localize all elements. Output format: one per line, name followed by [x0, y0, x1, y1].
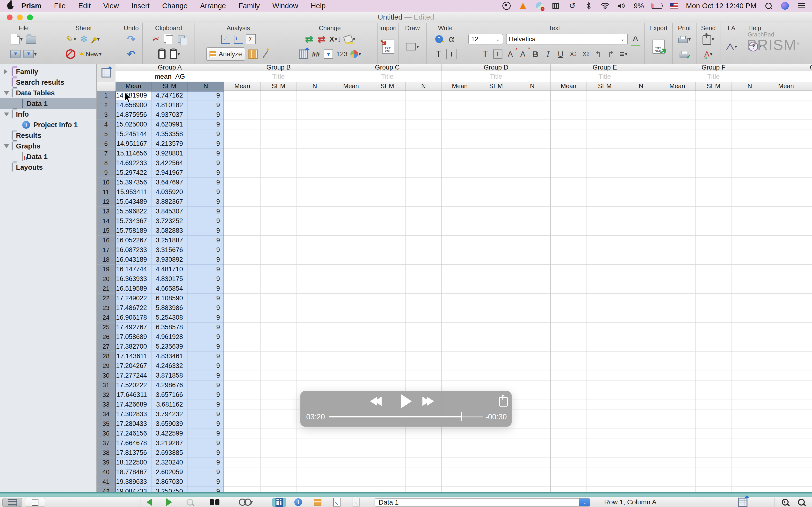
empty-cell[interactable] — [369, 429, 406, 439]
empty-cell[interactable] — [551, 332, 587, 342]
group-title-cell[interactable]: Title — [659, 71, 768, 81]
empty-cell[interactable] — [623, 419, 659, 429]
data-cell[interactable]: 4.035920 — [152, 187, 188, 197]
empty-cell[interactable] — [260, 139, 297, 149]
empty-cell[interactable] — [333, 197, 369, 207]
empty-cell[interactable] — [587, 168, 623, 178]
empty-cell[interactable] — [514, 361, 551, 371]
empty-cell[interactable] — [623, 400, 659, 409]
data-cell[interactable]: 4.246332 — [152, 361, 188, 371]
empty-cell[interactable] — [297, 255, 333, 265]
empty-cell[interactable] — [369, 187, 406, 197]
row-number[interactable]: 6 — [97, 139, 115, 149]
data-cell[interactable]: 5.235639 — [152, 342, 188, 351]
empty-cell[interactable] — [696, 129, 732, 139]
data-cell[interactable]: 6.108590 — [152, 294, 188, 303]
empty-cell[interactable] — [260, 390, 297, 400]
data-cell[interactable]: 6.358578 — [152, 323, 188, 332]
empty-cell[interactable] — [659, 458, 696, 467]
data-cell[interactable]: 17.280433 — [115, 419, 152, 429]
empty-cell[interactable] — [224, 120, 260, 129]
empty-cell[interactable] — [333, 101, 369, 110]
data-cell[interactable]: 3.582883 — [152, 226, 188, 236]
empty-cell[interactable] — [333, 129, 369, 139]
empty-cell[interactable] — [260, 216, 297, 226]
empty-cell[interactable] — [514, 419, 551, 429]
maps-badge-icon[interactable] — [535, 1, 544, 10]
empty-cell[interactable] — [732, 409, 768, 419]
empty-cell[interactable] — [587, 274, 623, 284]
empty-cell[interactable] — [224, 226, 260, 236]
group-title-cell[interactable]: Title — [551, 71, 659, 81]
empty-cell[interactable] — [224, 110, 260, 120]
data-cell[interactable]: 9 — [188, 429, 224, 439]
paste-icon[interactable] — [157, 48, 167, 60]
subcolumn-header-n[interactable]: N — [732, 81, 768, 91]
empty-cell[interactable] — [804, 187, 812, 197]
empty-cell[interactable] — [406, 120, 442, 129]
empty-cell[interactable] — [224, 91, 260, 101]
empty-cell[interactable] — [333, 158, 369, 168]
empty-cell[interactable] — [732, 351, 768, 361]
empty-cell[interactable] — [659, 303, 696, 313]
empty-cell[interactable] — [696, 168, 732, 178]
empty-cell[interactable] — [696, 332, 732, 342]
empty-cell[interactable] — [297, 448, 333, 458]
empty-cell[interactable] — [514, 477, 551, 487]
empty-cell[interactable] — [696, 216, 732, 226]
empty-cell[interactable] — [442, 381, 478, 390]
empty-cell[interactable] — [514, 332, 551, 342]
empty-cell[interactable] — [696, 178, 732, 187]
decimal-format-icon[interactable]: ## — [311, 48, 321, 60]
empty-cell[interactable] — [406, 323, 442, 332]
empty-cell[interactable] — [406, 294, 442, 303]
send-text-icon[interactable]: A▾ — [704, 48, 713, 60]
empty-cell[interactable] — [260, 381, 297, 390]
empty-cell[interactable] — [369, 158, 406, 168]
freeze-sheet-icon[interactable]: ✻ — [79, 33, 89, 45]
empty-cell[interactable] — [224, 284, 260, 294]
empty-cell[interactable] — [804, 303, 812, 313]
empty-cell[interactable] — [224, 168, 260, 178]
sidebar-item-graphs-7[interactable]: Graphs — [0, 141, 96, 151]
empty-cell[interactable] — [224, 429, 260, 439]
empty-cell[interactable] — [732, 342, 768, 351]
empty-cell[interactable] — [514, 245, 551, 255]
empty-cell[interactable] — [623, 458, 659, 467]
group-title-cell[interactable]: Title — [768, 71, 812, 81]
data-cell[interactable]: 9 — [188, 168, 224, 178]
empty-cell[interactable] — [623, 110, 659, 120]
data-cell[interactable]: 4.353358 — [152, 129, 188, 139]
empty-cell[interactable] — [696, 439, 732, 448]
empty-cell[interactable] — [514, 409, 551, 419]
empty-cell[interactable] — [369, 139, 406, 149]
group-title-cell[interactable]: Title — [333, 71, 442, 81]
empty-cell[interactable] — [369, 448, 406, 458]
empty-cell[interactable] — [587, 371, 623, 381]
data-cell[interactable]: 4.961928 — [152, 332, 188, 342]
empty-cell[interactable] — [297, 197, 333, 207]
empty-cell[interactable] — [659, 390, 696, 400]
empty-cell[interactable] — [406, 467, 442, 477]
data-cell[interactable]: 14.951167 — [115, 139, 152, 149]
empty-cell[interactable] — [369, 110, 406, 120]
subcolumn-header-n[interactable]: N — [406, 81, 442, 91]
text-tool-icon[interactable]: T — [434, 48, 444, 60]
empty-cell[interactable] — [623, 207, 659, 216]
empty-cell[interactable] — [768, 400, 804, 409]
group-title-cell[interactable]: Title — [224, 71, 333, 81]
data-cell[interactable]: 15.297422 — [115, 168, 152, 178]
empty-cell[interactable] — [623, 381, 659, 390]
subcolumn-header-mean[interactable]: Mean — [224, 81, 260, 91]
forward-button[interactable] — [166, 497, 172, 507]
data-cell[interactable]: 9 — [188, 381, 224, 390]
data-cell[interactable]: 9 — [188, 458, 224, 467]
empty-cell[interactable] — [659, 429, 696, 439]
empty-cell[interactable] — [406, 110, 442, 120]
empty-cell[interactable] — [224, 265, 260, 274]
empty-cell[interactable] — [623, 351, 659, 361]
group-header-group-g[interactable]: Group G — [768, 64, 812, 71]
empty-cell[interactable] — [587, 361, 623, 371]
wizard-icon[interactable] — [261, 48, 270, 60]
empty-cell[interactable] — [732, 332, 768, 342]
